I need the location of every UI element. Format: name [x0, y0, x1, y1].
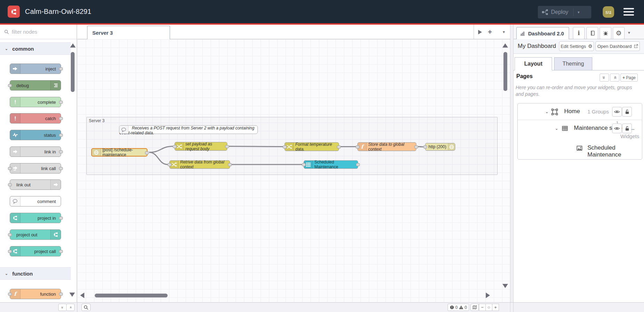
palette-node-function[interactable]: ffunction: [10, 289, 61, 299]
expand-all-button[interactable]: »: [610, 74, 619, 82]
palette-node-status[interactable]: status: [10, 130, 61, 140]
input-port[interactable]: [283, 145, 287, 149]
output-port[interactable]: [356, 163, 360, 166]
flow-node-post[interactable]: [post] /schedule-maintenance: [91, 148, 147, 157]
canvas-vertical-scrollbar[interactable]: [503, 52, 507, 91]
flow-node-store[interactable]: fStore data to global context: [357, 142, 416, 151]
output-port[interactable]: [414, 145, 418, 149]
canvas-search-button[interactable]: [82, 304, 91, 311]
unlock-button[interactable]: [622, 124, 632, 133]
canvas-scroll-left-icon[interactable]: [80, 293, 84, 298]
chevron-down-icon[interactable]: ⌄: [545, 109, 549, 114]
deploy-button[interactable]: Deploy ▾: [538, 6, 591, 18]
output-port[interactable]: [59, 67, 63, 70]
flow-node-comment[interactable]: Receives a POST request from Server 2 wi…: [119, 125, 258, 134]
input-port[interactable]: [356, 145, 359, 149]
output-port[interactable]: [59, 101, 63, 104]
output-port[interactable]: [59, 250, 63, 253]
workspace-tab-server3[interactable]: Server 3: [87, 26, 170, 40]
palette-node-complete[interactable]: complete: [10, 97, 61, 107]
help-tab-button[interactable]: [586, 27, 598, 39]
palette-node-project-out[interactable]: project out: [10, 229, 61, 240]
deploy-options-caret[interactable]: ▾: [573, 8, 580, 16]
tab-theming[interactable]: Theming: [554, 57, 592, 70]
tab-layout[interactable]: Layout: [515, 57, 552, 70]
open-dashboard-button[interactable]: Open Dashboard: [595, 41, 640, 51]
output-port[interactable]: [228, 163, 232, 166]
input-port[interactable]: [423, 145, 427, 149]
wire-set-to-format[interactable]: [229, 146, 283, 147]
palette-node-link-call[interactable]: link call: [10, 163, 61, 174]
chevron-down-icon[interactable]: ⌄: [555, 126, 558, 131]
debug-tab-button[interactable]: [600, 27, 611, 39]
canvas-scroll-down-icon[interactable]: [502, 284, 508, 288]
input-port[interactable]: [8, 293, 12, 296]
palette-node-project-call[interactable]: project call: [10, 246, 61, 256]
input-port[interactable]: [8, 233, 12, 236]
collapse-all-button[interactable]: »: [600, 74, 609, 82]
add-tab-button[interactable]: +: [485, 27, 494, 36]
settings-tab-button[interactable]: ⚙: [613, 27, 625, 39]
palette-collapse-all-button[interactable]: »: [58, 304, 67, 311]
wire-post-to-retrive[interactable]: [149, 152, 168, 165]
output-port[interactable]: [337, 145, 341, 149]
input-port[interactable]: [8, 167, 12, 170]
canvas-scroll-right-icon[interactable]: [486, 293, 490, 298]
edit-settings-button[interactable]: Edit Settings ⚙: [559, 41, 594, 51]
input-port[interactable]: [8, 250, 12, 253]
output-port[interactable]: [59, 293, 63, 296]
input-port[interactable]: [8, 84, 12, 87]
add-page-button[interactable]: +Page: [620, 74, 638, 82]
palette-section-function[interactable]: ⌄function: [0, 267, 71, 280]
palette-node-catch[interactable]: catch: [10, 113, 61, 124]
palette-scroll-down-icon[interactable]: [69, 293, 75, 297]
wire-post-to-set[interactable]: [149, 146, 173, 153]
palette-filter-input[interactable]: filter nodes: [0, 25, 77, 39]
palette-scrollbar[interactable]: [71, 52, 75, 92]
tab-list-caret[interactable]: ▾: [499, 27, 508, 36]
flow-canvas[interactable]: Server 3 Receives a POST request from Se…: [77, 39, 510, 302]
tree-row-home[interactable]: ⌄ Home 1 Groups: [518, 103, 642, 120]
flow-node-retrive[interactable]: Retrive data from global context: [169, 160, 230, 169]
canvas-scroll-up-icon[interactable]: [502, 43, 508, 48]
palette-node-comment[interactable]: comment: [10, 196, 61, 206]
palette-section-common[interactable]: ⌄common: [0, 42, 71, 55]
sidebar-tabs-caret[interactable]: ▾: [628, 30, 630, 35]
palette-node-link-in[interactable]: link in: [10, 146, 61, 157]
visibility-toggle-button[interactable]: [612, 107, 622, 117]
output-port[interactable]: [59, 217, 63, 220]
palette-node-link-out[interactable]: link out: [10, 179, 61, 190]
input-port[interactable]: [173, 145, 177, 148]
palette-node-inject[interactable]: inject: [10, 64, 61, 74]
input-port[interactable]: [168, 163, 171, 166]
output-port[interactable]: [225, 145, 229, 148]
output-port[interactable]: [59, 167, 63, 170]
flow-node-http[interactable]: http (200): [425, 143, 455, 151]
zoom-reset-button[interactable]: ○: [485, 304, 492, 311]
user-avatar[interactable]: su: [603, 6, 614, 18]
unlock-button[interactable]: [622, 107, 632, 117]
main-menu-button[interactable]: [624, 8, 634, 16]
sidebar-resize-handle[interactable]: [510, 25, 514, 302]
palette-scroll-up-icon[interactable]: [70, 43, 76, 48]
zoom-out-button[interactable]: −: [479, 304, 486, 311]
flow-node-table[interactable]: Scheduled Maintenance: [304, 160, 358, 169]
palette-node-project-in[interactable]: project in: [10, 213, 61, 223]
output-port[interactable]: [59, 117, 63, 120]
flow-node-format[interactable]: Format temperature data.: [285, 142, 339, 151]
notification-counts[interactable]: 0 0: [448, 304, 469, 311]
canvas-horizontal-scrollbar[interactable]: [95, 294, 168, 297]
flow-node-set[interactable]: set payload as request body: [175, 142, 227, 151]
input-port[interactable]: [8, 183, 12, 186]
wire-store-to-http[interactable]: [418, 147, 423, 147]
visibility-toggle-button[interactable]: [612, 124, 622, 133]
zoom-in-button[interactable]: +: [492, 304, 499, 311]
palette-expand-all-button[interactable]: »: [66, 304, 75, 311]
output-port[interactable]: [59, 150, 63, 153]
sidebar-tab-dashboard[interactable]: Dashboard 2.0: [516, 27, 569, 39]
output-port[interactable]: [59, 134, 63, 137]
output-port[interactable]: [145, 151, 149, 154]
palette-node-debug[interactable]: debug: [10, 80, 61, 91]
input-port[interactable]: [302, 163, 306, 166]
info-tab-button[interactable]: i: [573, 27, 585, 39]
